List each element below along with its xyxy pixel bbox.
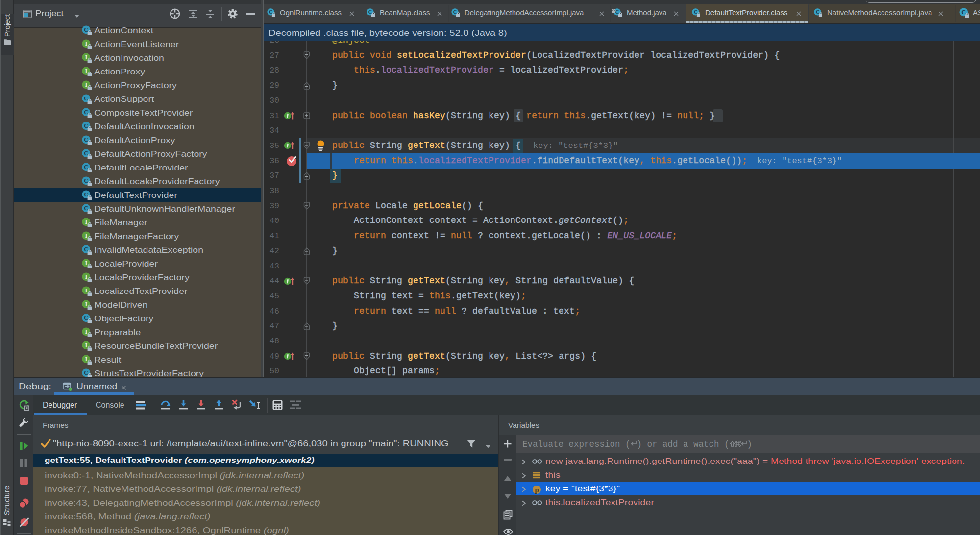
svg-text:C: C [84,246,88,253]
svg-text:C: C [84,109,88,116]
svg-text:I: I [85,54,87,61]
svg-text:C: C [84,177,88,184]
svg-text:C: C [84,205,88,212]
svg-text:I: I [85,68,87,74]
svg-text:C: C [84,26,88,33]
svg-text:C: C [269,9,273,15]
svg-text:I: I [85,342,87,349]
svg-text:I: I [85,356,87,363]
svg-text:I: I [85,328,87,335]
svg-text:I: I [85,81,87,88]
svg-text:I: I [85,232,87,239]
svg-text:C: C [84,315,88,321]
svg-text:I: I [85,40,87,47]
svg-text:C: C [84,369,88,376]
svg-text:C: C [84,164,88,170]
svg-text:I: I [85,260,87,267]
svg-text:I: I [85,219,87,225]
svg-text:C: C [84,150,88,157]
svg-text:I: I [85,301,87,308]
svg-text:I: I [85,287,87,294]
svg-text:C: C [694,9,698,15]
svg-text:I: I [85,273,87,280]
svg-text:C: C [453,9,457,15]
svg-text:C: C [816,9,820,15]
svg-text:C: C [84,191,88,198]
svg-text:C: C [84,95,88,102]
svg-text:C: C [84,122,88,129]
svg-text:p: p [535,486,539,494]
svg-text:C: C [961,9,966,16]
svg-text:C: C [368,9,372,15]
svg-text:C: C [84,136,88,143]
